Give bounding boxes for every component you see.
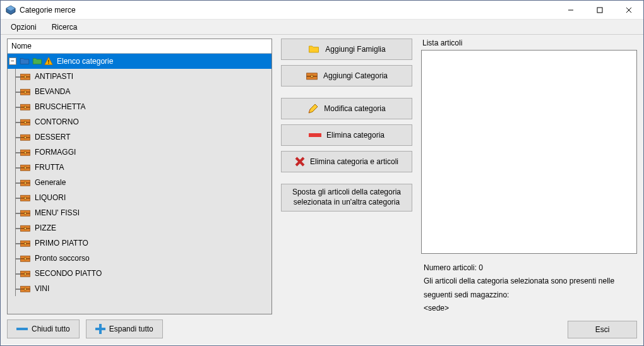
middle-column: Aggiungi Famiglia Aggiungi Categoria Mod… bbox=[281, 39, 412, 338]
root-icons bbox=[19, 57, 53, 66]
warning-icon bbox=[44, 57, 53, 66]
tree-item-label: LIQUORI bbox=[35, 193, 66, 202]
svg-rect-44 bbox=[25, 242, 27, 244]
tree-item[interactable]: Generale bbox=[8, 175, 271, 190]
chest-icon bbox=[20, 224, 31, 232]
chiudi-tutto-button[interactable]: Chiudi tutto bbox=[7, 319, 80, 338]
svg-rect-17 bbox=[25, 106, 27, 108]
svg-rect-62 bbox=[309, 133, 321, 137]
tree-item-label: ANTIPASTI bbox=[35, 72, 73, 81]
tree-item[interactable]: LIQUORI bbox=[8, 190, 271, 205]
expand-all-icon bbox=[95, 324, 105, 334]
lista-articoli-label: Lista articoli bbox=[422, 39, 637, 47]
numero-articoli-value: 0 bbox=[479, 263, 483, 272]
tree-connector bbox=[15, 129, 16, 145]
tree-item-label: BEVANDA bbox=[35, 87, 70, 96]
content: Nome Elenco categorie bbox=[1, 35, 643, 345]
tree-item[interactable]: Pronto soccorso bbox=[8, 251, 271, 266]
tree-item[interactable]: SECONDO PIATTO bbox=[8, 266, 271, 281]
left-footer: Chiudi tutto Espandi tutto bbox=[7, 314, 272, 338]
tree-connector bbox=[15, 281, 16, 296]
aggiungi-famiglia-label: Aggiungi Famiglia bbox=[325, 45, 385, 54]
right-footer: Esci bbox=[421, 316, 637, 338]
svg-rect-50 bbox=[25, 273, 27, 275]
tree-root-row[interactable]: Elenco categorie bbox=[8, 54, 271, 69]
lista-articoli-listbox[interactable] bbox=[421, 50, 637, 254]
modifica-categoria-button[interactable]: Modifica categoria bbox=[281, 98, 412, 119]
tree-connector bbox=[15, 220, 16, 236]
folder-blue-icon bbox=[19, 57, 30, 66]
tree-root-label: Elenco categorie bbox=[57, 57, 113, 66]
chest-icon bbox=[306, 71, 318, 81]
tree-connector bbox=[15, 99, 16, 114]
minimize-button[interactable] bbox=[556, 1, 585, 20]
tree-connector bbox=[15, 251, 16, 266]
tree-connector bbox=[15, 266, 16, 281]
tree-item[interactable]: CONTORNO bbox=[8, 114, 271, 129]
tree-item-label: PIZZE bbox=[35, 224, 56, 232]
svg-rect-7 bbox=[48, 60, 49, 63]
folder-green-icon bbox=[32, 57, 43, 66]
numero-articoli-label: Numero articoli: bbox=[424, 263, 479, 272]
numero-articoli: Numero articoli: 0 bbox=[424, 261, 635, 275]
category-tree[interactable]: Nome Elenco categorie bbox=[7, 39, 272, 314]
tree-item[interactable]: FORMAGGI bbox=[8, 145, 271, 160]
sposta-articoli-button[interactable]: Sposta gli articoli della categoria sele… bbox=[281, 184, 412, 212]
close-button[interactable] bbox=[614, 1, 643, 20]
tree-connector bbox=[15, 190, 16, 205]
tree-item[interactable]: BRUSCHETTA bbox=[8, 99, 271, 114]
svg-rect-59 bbox=[311, 75, 313, 77]
tree-connector bbox=[15, 145, 16, 160]
chest-icon bbox=[20, 72, 31, 81]
tree-item[interactable]: ANTIPASTI bbox=[8, 69, 271, 84]
svg-rect-3 bbox=[597, 8, 602, 13]
tree-item[interactable]: PIZZE bbox=[8, 220, 271, 236]
chest-icon bbox=[20, 148, 31, 157]
right-column: Lista articoli Numero articoli: 0 Gli ar… bbox=[421, 39, 637, 338]
svg-rect-53 bbox=[25, 288, 27, 290]
chest-icon bbox=[20, 193, 31, 202]
tree-item-label: SECONDO PIATTO bbox=[35, 269, 102, 278]
menu-opzioni[interactable]: Opzioni bbox=[4, 21, 43, 33]
tree-item-label: DESSERT bbox=[35, 133, 70, 141]
tree-item[interactable]: VINI bbox=[8, 281, 271, 296]
collapse-all-icon bbox=[16, 326, 28, 332]
sposta-articoli-label: Sposta gli articoli della categoria sele… bbox=[285, 188, 408, 207]
tree-body: Elenco categorie ANTIPASTI BEVANDA BRUSC… bbox=[8, 54, 271, 314]
tree-item-label: FORMAGGI bbox=[35, 148, 76, 157]
collapse-icon[interactable] bbox=[9, 57, 16, 65]
aggiungi-famiglia-button[interactable]: Aggiungi Famiglia bbox=[281, 39, 412, 60]
chest-icon bbox=[20, 87, 31, 96]
espandi-tutto-label: Espandi tutto bbox=[109, 325, 153, 333]
app-icon bbox=[6, 5, 16, 15]
svg-rect-14 bbox=[25, 91, 27, 93]
svg-rect-35 bbox=[25, 197, 27, 199]
aggiungi-categoria-label: Aggiungi Categoria bbox=[323, 71, 388, 80]
maximize-button[interactable] bbox=[585, 1, 614, 20]
tree-item-label: Pronto soccorso bbox=[35, 254, 90, 263]
tree-item[interactable]: DESSERT bbox=[8, 129, 271, 145]
chest-icon bbox=[20, 208, 31, 217]
chest-icon bbox=[20, 102, 31, 111]
chest-icon bbox=[20, 133, 31, 141]
elimina-categoria-articoli-button[interactable]: Elimina categoria e articoli bbox=[281, 151, 412, 172]
sede-placeholder: <sede> bbox=[424, 302, 635, 316]
tree-connector bbox=[15, 205, 16, 220]
aggiungi-categoria-button[interactable]: Aggiungi Categoria bbox=[281, 65, 412, 86]
svg-rect-32 bbox=[25, 182, 27, 184]
tree-header[interactable]: Nome bbox=[8, 39, 271, 54]
espandi-tutto-button[interactable]: Espandi tutto bbox=[86, 319, 163, 338]
elimina-categoria-button[interactable]: Elimina categoria bbox=[281, 124, 412, 146]
menu-ricerca[interactable]: Ricerca bbox=[45, 21, 84, 33]
chest-icon bbox=[20, 117, 31, 126]
tree-item[interactable]: PRIMO PIATTO bbox=[8, 236, 271, 251]
tree-item[interactable]: MENU' FISSI bbox=[8, 205, 271, 220]
svg-rect-23 bbox=[25, 136, 27, 138]
tree-connector bbox=[15, 69, 16, 84]
tree-item[interactable]: BEVANDA bbox=[8, 84, 271, 99]
chest-icon bbox=[20, 284, 31, 293]
svg-rect-26 bbox=[25, 152, 27, 153]
tree-item[interactable]: FRUTTA bbox=[8, 160, 271, 175]
esci-button[interactable]: Esci bbox=[568, 321, 637, 338]
esci-label: Esci bbox=[595, 325, 610, 334]
